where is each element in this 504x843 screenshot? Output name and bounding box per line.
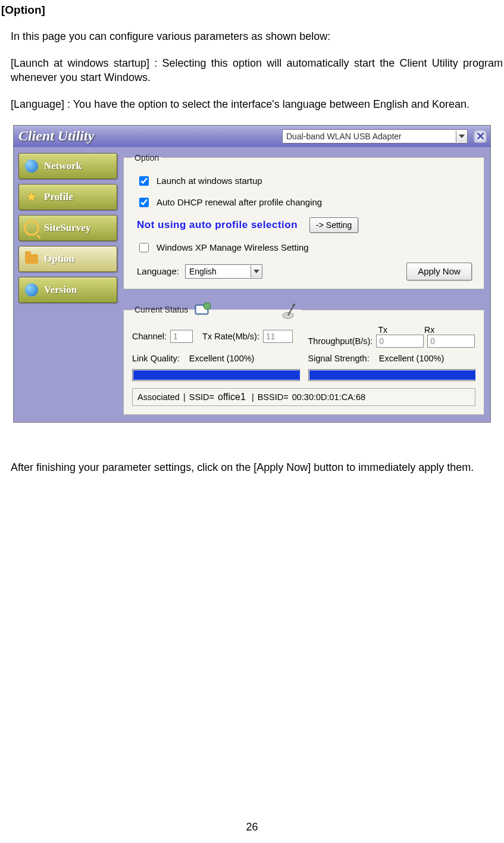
intro-p1: In this page you can configure various p… (11, 30, 504, 43)
throughput-rx-value: 0 (427, 335, 475, 348)
globe-icon (24, 282, 39, 298)
xp-manage-row[interactable]: Windows XP Manage Wireless Setting (137, 241, 475, 254)
assoc-status: Associated (137, 392, 180, 402)
ssid-label: SSID= (189, 392, 214, 402)
page-number: 26 (0, 821, 504, 833)
throughput-tx-value: 0 (376, 335, 424, 348)
xp-manage-checkbox[interactable] (139, 243, 149, 252)
svg-point-2 (204, 302, 211, 310)
signal-strength-value: Excellent (100%) (379, 354, 444, 363)
status-legend: Current Status (132, 302, 301, 318)
channel-label: Channel: (132, 332, 167, 341)
antenna-icon (282, 302, 299, 318)
titlebar: Client Utility Dual-band WLAN USB Adapte… (14, 126, 490, 147)
signal-strength-bar (308, 369, 476, 381)
status-bar: Associated | SSID= office1 | BSSID= 00:3… (132, 388, 475, 406)
launch-at-startup-checkbox[interactable] (139, 176, 149, 186)
folder-icon (24, 251, 39, 267)
sidebar-item-version[interactable]: Version (18, 277, 117, 303)
rx-col-header: Rx (424, 325, 434, 335)
sidebar-item-option[interactable]: Option (18, 246, 117, 272)
globe-icon (24, 158, 39, 174)
chevron-down-icon[interactable] (456, 130, 467, 142)
bssid-value: 00:30:0D:01:CA:68 (292, 392, 365, 402)
svg-point-5 (293, 304, 295, 306)
sidebar-item-label: Option (44, 253, 74, 265)
channel-value: 1 (170, 330, 193, 343)
sidebar-item-label: Network (44, 160, 82, 172)
star-icon: ★ (24, 189, 39, 205)
sidebar-item-network[interactable]: Network (18, 153, 117, 179)
section-heading: [Option] (1, 4, 504, 17)
sidebar-item-label: Profile (44, 191, 73, 203)
sidebar-item-label: SiteSurvey (44, 222, 90, 234)
app-title: Client Utility (17, 128, 94, 144)
app-screenshot: Client Utility Dual-band WLAN USB Adapte… (13, 125, 491, 423)
language-select[interactable]: English (185, 264, 262, 279)
close-icon[interactable]: ✕ (474, 130, 487, 143)
sidebar-item-label: Version (44, 284, 77, 296)
search-icon (24, 220, 39, 236)
throughput-label: Throughput(B/s): (308, 336, 373, 346)
tx-col-header: Tx (378, 325, 388, 335)
adapter-select[interactable]: Dual-band WLAN USB Adapter (282, 129, 468, 143)
auto-dhcp-row[interactable]: Auto DHCP renewal after profile changing (137, 196, 475, 209)
ssid-value: office1 (218, 392, 246, 402)
chevron-down-icon[interactable] (251, 266, 262, 277)
option-legend: Option (132, 153, 161, 163)
sidebar-item-profile[interactable]: ★ Profile (18, 184, 117, 210)
launch-at-startup-row[interactable]: Launch at windows startup (137, 174, 475, 188)
option-panel: Option Launch at windows startup Auto DH… (123, 153, 484, 289)
link-quality-value: Excellent (100%) (189, 354, 255, 363)
computer-icon (194, 302, 211, 318)
adapter-select-value: Dual-band WLAN USB Adapter (283, 132, 456, 141)
auto-dhcp-label: Auto DHCP renewal after profile changing (156, 197, 322, 207)
intro-p3: [Language] : You have the option to sele… (11, 98, 504, 111)
language-label: Language: (137, 266, 179, 276)
signal-strength-label: Signal Strength: (308, 354, 370, 363)
txrate-value: 11 (263, 330, 293, 343)
auto-dhcp-checkbox[interactable] (139, 198, 149, 207)
launch-at-startup-label: Launch at windows startup (156, 176, 262, 186)
sidebar-item-sitesurvey[interactable]: SiteSurvey (18, 215, 117, 241)
sidebar: Network ★ Profile SiteSurvey Option (18, 153, 117, 415)
link-quality-label: Link Quality: (132, 354, 180, 363)
outro-paragraph: After finishing your parameter settings,… (11, 461, 503, 474)
language-select-value: English (186, 267, 251, 276)
bssid-label: BSSID= (258, 392, 289, 402)
intro-p2: [Launch at windows startup] : Selecting … (11, 57, 504, 85)
txrate-label: Tx Rate(Mb/s): (202, 332, 259, 341)
status-panel: Current Status (123, 302, 484, 415)
xp-manage-label: Windows XP Manage Wireless Setting (156, 242, 309, 252)
setting-button[interactable]: -> Setting (309, 217, 358, 233)
auto-profile-note: Not using auto profile selection (137, 219, 298, 231)
apply-now-button[interactable]: Apply Now (406, 263, 472, 280)
link-quality-bar (132, 369, 300, 381)
